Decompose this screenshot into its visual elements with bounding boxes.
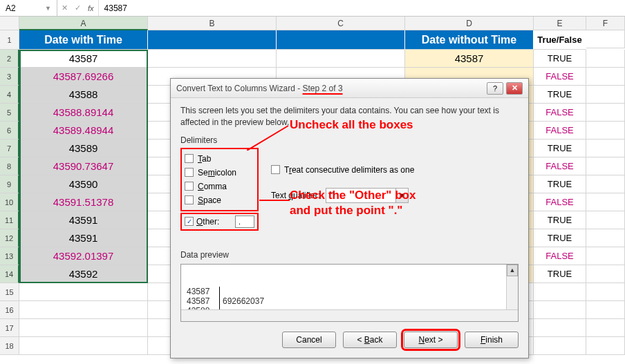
cell-f[interactable] [586,211,625,229]
row-header[interactable]: 2 [0,50,19,68]
row-header[interactable]: 9 [0,175,19,193]
checkbox-icon[interactable] [185,195,194,204]
header-cell-d[interactable]: Date without Time [405,30,534,50]
cell-f[interactable] [586,229,625,247]
cell-f[interactable] [586,140,625,157]
close-button[interactable]: ✕ [506,82,523,95]
cell-e[interactable]: TRUE [534,175,586,193]
back-button[interactable]: < Back [343,332,397,348]
treat-consecutive-checkbox[interactable]: Treat consecutive delimiters as one [271,163,414,177]
cell[interactable] [534,283,586,301]
header-cell-e[interactable]: True/False [534,30,586,50]
row-header[interactable]: 11 [0,211,19,229]
cell[interactable] [19,283,148,301]
cell[interactable] [586,337,625,355]
formula-input[interactable]: 43587 [99,2,625,15]
cell[interactable] [19,319,148,337]
cell-a[interactable]: 43592.01397 [19,247,148,265]
comma-checkbox-row[interactable]: Comma [185,180,252,193]
checkbox-icon[interactable] [271,165,280,174]
header-cell-c[interactable] [277,30,405,50]
semicolon-checkbox-row[interactable]: Semicolon [185,166,252,180]
column-header[interactable]: C [277,17,405,30]
row-header[interactable]: 13 [0,247,19,265]
cell-f[interactable] [586,104,625,122]
cell-a[interactable]: 43592 [19,265,148,283]
row-header[interactable]: 17 [0,319,19,337]
cancel-button[interactable]: Cancel [282,332,336,348]
cell-e[interactable]: FALSE [534,157,586,175]
cell[interactable] [19,301,148,319]
name-box[interactable]: A2 ▼ [0,0,57,16]
cell-f[interactable] [586,122,625,140]
cell[interactable] [534,337,586,355]
row-header[interactable]: 18 [0,337,19,355]
cell[interactable] [19,337,148,355]
cell-a[interactable]: 43590.73647 [19,157,148,175]
tab-checkbox-row[interactable]: Tab [185,152,252,166]
dropdown-icon[interactable]: ▼ [45,5,51,12]
scrollbar-horizontal[interactable] [181,309,518,321]
cell-a[interactable]: 43591 [19,211,148,229]
cell-e[interactable]: TRUE [534,86,586,104]
checkbox-icon[interactable] [185,154,194,163]
space-checkbox-row[interactable]: Space [185,193,252,207]
cell-f[interactable] [586,68,625,86]
finish-button[interactable]: Finish [465,332,519,348]
cell-f[interactable] [586,157,625,175]
next-button[interactable]: Next > [404,332,458,348]
cell-e[interactable]: TRUE [534,229,586,247]
other-checkbox-row[interactable]: Other: . [180,213,259,231]
cell[interactable] [586,30,625,48]
cell-e[interactable]: FALSE [534,122,586,140]
cell-f[interactable] [586,193,625,211]
cell-c[interactable] [277,50,405,68]
help-button[interactable]: ? [487,82,503,95]
cell-f[interactable] [586,86,625,104]
row-header[interactable]: 10 [0,193,19,211]
row-header[interactable]: 15 [0,283,19,301]
row-header[interactable]: 5 [0,104,19,122]
header-cell-a[interactable]: Date with Time [19,30,148,50]
cell-e[interactable]: TRUE [534,265,586,283]
column-header[interactable]: E [534,17,586,30]
checkbox-icon[interactable] [185,217,194,226]
column-header[interactable]: B [148,17,277,30]
row-header[interactable]: 4 [0,86,19,104]
cell[interactable] [586,301,625,319]
cell-e[interactable]: TRUE [534,211,586,229]
row-header[interactable]: 8 [0,157,19,175]
cell-d[interactable]: 43587 [405,50,534,68]
checkbox-icon[interactable] [185,182,194,191]
cell-b[interactable] [148,50,277,68]
cell-f[interactable] [586,247,625,265]
column-header[interactable]: D [405,17,534,30]
cell-a[interactable]: 43590 [19,175,148,193]
cell-a[interactable]: 43587 [19,50,148,68]
cell-e[interactable]: TRUE [534,140,586,157]
text-qualifier-select[interactable]: " ▼ [326,188,409,203]
row-header[interactable]: 1 [0,30,19,50]
cell-e[interactable]: FALSE [534,247,586,265]
accept-formula-icon[interactable]: ✓ [75,3,81,12]
cell-a[interactable]: 43588.89144 [19,104,148,122]
row-header[interactable]: 12 [0,229,19,247]
cell-a[interactable]: 43589 [19,140,148,157]
cancel-formula-icon[interactable]: ✕ [62,3,68,12]
row-header[interactable]: 16 [0,301,19,319]
cell-e[interactable]: FALSE [534,68,586,86]
other-delimiter-input[interactable]: . [235,215,254,228]
cell-f[interactable] [586,265,625,283]
select-all-corner[interactable] [0,17,19,30]
row-header[interactable]: 7 [0,140,19,157]
dropdown-icon[interactable]: ▼ [395,189,408,202]
cell[interactable] [586,319,625,337]
row-header[interactable]: 3 [0,68,19,86]
row-header[interactable]: 14 [0,265,19,283]
cell-a[interactable]: 43591.51378 [19,193,148,211]
cell-a[interactable]: 43588 [19,86,148,104]
cell-a[interactable]: 43589.48944 [19,122,148,140]
cell-f[interactable] [586,50,625,68]
cell-a[interactable]: 43591 [19,229,148,247]
cell-a[interactable]: 43587.69266 [19,68,148,86]
